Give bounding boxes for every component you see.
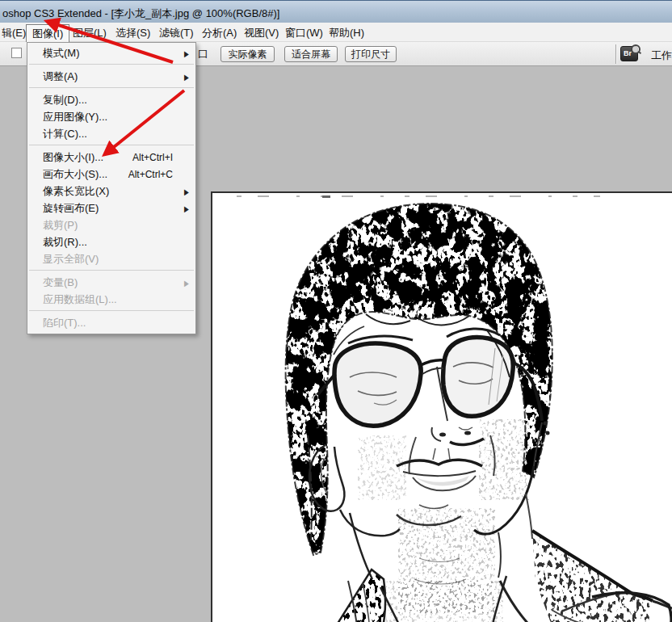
document-canvas[interactable] (211, 191, 672, 622)
menubar-item-image[interactable]: 图像(I) (26, 24, 69, 44)
submenu-arrow-icon: ▶ (184, 204, 189, 212)
submenu-arrow-icon: ▶ (184, 187, 189, 195)
shortcut-label: Alt+Ctrl+I (132, 152, 173, 163)
menu-item-crop: 裁剪(P) (27, 216, 195, 233)
submenu-arrow-icon: ▶ (184, 278, 189, 287)
menu-item-canvas-size[interactable]: 画布大小(S)... Alt+Ctrl+C (27, 166, 195, 183)
image-menu-dropdown: 模式(M) ▶ 调整(A) ▶ 复制(D)... 应用图像(Y)... 计算(C… (27, 42, 196, 334)
menubar-item-edit[interactable]: 辑(E) (2, 26, 26, 40)
options-separator (615, 44, 616, 64)
bridge-button[interactable]: Br (620, 46, 638, 61)
canvas-top-edge-marks (237, 195, 600, 198)
menu-item-trim[interactable]: 裁切(R)... (27, 233, 195, 250)
menu-separator (29, 145, 194, 145)
menubar-item-window[interactable]: 窗口(W) (285, 26, 323, 40)
menubar-item-view[interactable]: 视图(V) (244, 26, 279, 40)
menubar-item-filter[interactable]: 滤镜(T) (159, 26, 194, 40)
menu-item-variables: 变量(B) ▶ (27, 274, 195, 291)
menubar-item-analysis[interactable]: 分析(A) (202, 26, 237, 40)
window-title: oshop CS3 Extended - [李小龙_副本.jpg @ 100%(… (2, 6, 279, 21)
menubar-item-select[interactable]: 选择(S) (116, 26, 150, 40)
menu-separator (29, 64, 194, 65)
menu-item-rotate-canvas[interactable]: 旋转画布(E) ▶ (27, 200, 195, 216)
magnifier-icon (631, 44, 640, 54)
menu-separator (29, 87, 194, 88)
actual-pixels-button[interactable]: 实际像素 (220, 46, 275, 62)
fit-screen-button[interactable]: 适合屏幕 (284, 46, 338, 62)
print-size-button[interactable]: 打印尺寸 (345, 46, 397, 62)
menu-item-apply-data-set: 应用数据组(L)... (27, 291, 195, 308)
submenu-arrow-icon: ▶ (184, 72, 189, 81)
workspace-menu[interactable]: 工作 (651, 48, 672, 63)
menu-item-trap: 陷印(T)... (27, 314, 195, 331)
menu-item-image-size[interactable]: 图像大小(I)... Alt+Ctrl+I (27, 149, 195, 166)
sketch-portrait (212, 193, 672, 622)
menu-separator (29, 310, 194, 311)
menu-item-duplicate[interactable]: 复制(D)... (27, 91, 195, 108)
occluded-option-label: 口 (198, 47, 208, 61)
menubar-item-layer[interactable]: 图层(L) (73, 26, 107, 40)
menu-separator (29, 270, 194, 271)
submenu-arrow-icon: ▶ (184, 48, 189, 57)
options-checkbox[interactable] (11, 48, 22, 58)
menu-item-reveal-all: 显示全部(V) (27, 250, 195, 267)
photoshop-window: oshop CS3 Extended - [李小龙_副本.jpg @ 100%(… (0, 0, 672, 622)
menu-item-calculations[interactable]: 计算(C)... (27, 125, 195, 142)
menubar-item-help[interactable]: 帮助(H) (329, 26, 364, 40)
menu-item-adjustments[interactable]: 调整(A) ▶ (27, 68, 195, 85)
shortcut-label: Alt+Ctrl+C (128, 169, 173, 180)
title-bar: oshop CS3 Extended - [李小龙_副本.jpg @ 100%(… (0, 0, 672, 23)
menu-bar: 辑(E) 图像(I) 图层(L) 选择(S) 滤镜(T) 分析(A) 视图(V)… (0, 23, 672, 42)
menu-item-mode[interactable]: 模式(M) ▶ (27, 44, 195, 61)
menu-item-apply-image[interactable]: 应用图像(Y)... (27, 108, 195, 125)
menu-item-pixel-aspect-ratio[interactable]: 像素长宽比(X) ▶ (27, 183, 195, 200)
